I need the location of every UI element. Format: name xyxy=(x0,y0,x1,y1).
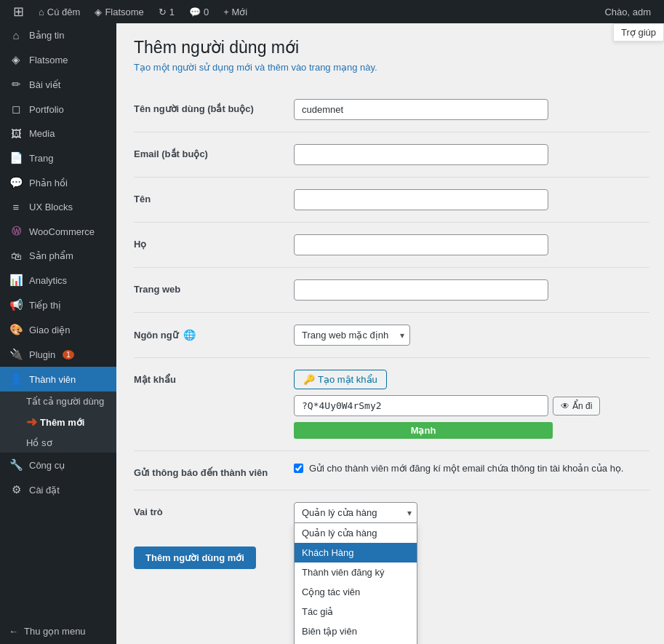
theme-button[interactable]: ◈ Flatsome xyxy=(87,0,151,23)
email-row: Email (bắt buộc) xyxy=(134,135,649,174)
sidebar-item-label: Analytics xyxy=(29,275,67,286)
submenu-item-add-new[interactable]: ➜ Thêm mới xyxy=(0,411,116,433)
plugins-icon: 🔌 xyxy=(9,348,23,361)
sidebar-item-woocommerce[interactable]: Ⓦ WooCommerce xyxy=(0,219,116,244)
sidebar-item-settings[interactable]: ⚙ Cài đặt xyxy=(0,477,116,502)
media-icon: 🖼 xyxy=(9,127,23,140)
updates-button[interactable]: ↻ 1 xyxy=(151,0,182,23)
lastname-row: Họ xyxy=(134,226,649,264)
notification-checkbox-row: Gửi cho thành viên mới đăng kí một email… xyxy=(294,463,649,474)
comments-count: 0 xyxy=(204,7,209,17)
dropdown-item-editor[interactable]: Biên tập viên xyxy=(295,621,417,641)
notification-field-wrap: Gửi cho thành viên mới đăng kí một email… xyxy=(294,463,649,474)
website-row: Trang web xyxy=(134,271,649,309)
sidebar-item-label: Bảng tin xyxy=(29,30,64,41)
key-icon: 🔑 xyxy=(303,374,315,385)
sidebar-item-portfolio[interactable]: ◻ Portfolio xyxy=(0,97,116,122)
role-select[interactable]: Quản lý cửa hàng xyxy=(294,502,417,523)
language-field-wrap: Trang web mặc định ▾ xyxy=(294,325,649,346)
dropdown-item-author[interactable]: Tác giả xyxy=(295,602,417,621)
sidebar-item-label: Công cụ xyxy=(29,460,65,471)
sidebar-item-label: Cài đặt xyxy=(29,485,60,496)
sidebar-item-label: Phản hồi xyxy=(29,178,68,188)
collapse-icon: ← xyxy=(9,626,18,637)
sidebar-item-comments[interactable]: 💬 Phản hồi xyxy=(0,170,116,195)
flatsome-icon: ◈ xyxy=(9,53,23,66)
sidebar-item-flatsome[interactable]: ◈ Flatsome xyxy=(0,47,116,72)
submenu-item-all-users[interactable]: Tất cả người dùng xyxy=(0,391,116,411)
analytics-icon: 📊 xyxy=(9,274,23,287)
sidebar-item-marketing[interactable]: 📢 Tiếp thị xyxy=(0,293,116,317)
language-icon: 🌐 xyxy=(183,329,196,341)
page-subtitle: Tạo một người sử dụng mới và thêm vào tr… xyxy=(134,62,649,73)
users-icon: 👤 xyxy=(9,373,23,386)
role-field-wrap: Quản lý cửa hàng ▾ Quản lý cửa hàng Khác… xyxy=(294,502,649,523)
email-field-wrap xyxy=(294,144,649,165)
notification-label: Gửi thông báo đến thành viên xyxy=(134,463,294,478)
sidebar-item-media[interactable]: 🖼 Media xyxy=(0,122,116,146)
password-row-inner: 👁 Ẩn đi xyxy=(294,395,649,416)
website-label: Trang web xyxy=(134,279,294,295)
add-user-form: Tên người dùng (bắt buộc) Email (bắt buộ… xyxy=(134,90,649,532)
website-field-wrap xyxy=(294,279,649,301)
sidebar-item-analytics[interactable]: 📊 Analytics xyxy=(0,268,116,293)
sidebar-item-label: Portfolio xyxy=(29,104,64,115)
add-user-button[interactable]: Thêm người dùng mới xyxy=(134,546,256,569)
main-content: Thêm người dùng mới Tạo một người sử dụn… xyxy=(116,23,664,644)
dropdown-item-subscriber[interactable]: Thành viên đăng ký xyxy=(295,562,417,582)
products-icon: 🛍 xyxy=(9,250,23,262)
username-field-wrap xyxy=(294,99,649,120)
dropdown-item-contributor[interactable]: Cộng tác viên xyxy=(295,582,417,602)
sidebar-item-uxblocks[interactable]: ≡ UX Blocks xyxy=(0,195,116,219)
wp-icon: ⊞ xyxy=(13,4,24,20)
sidebar-item-label: Media xyxy=(29,128,55,139)
generate-password-button[interactable]: 🔑 Tạo mật khẩu xyxy=(294,370,387,389)
password-input[interactable] xyxy=(294,395,548,416)
sidebar-item-users[interactable]: 👤 Thành viên xyxy=(0,367,116,391)
sidebar-item-dashboard[interactable]: ⌂ Bảng tin xyxy=(0,23,116,47)
sidebar-item-label: Plugin xyxy=(29,349,55,360)
website-input[interactable] xyxy=(294,279,548,301)
dropdown-item-administrator[interactable]: Quản lý xyxy=(295,641,417,644)
dropdown-item-shop-manager[interactable]: Quản lý cửa hàng xyxy=(295,523,417,543)
uxblocks-icon: ≡ xyxy=(9,201,23,213)
site-name-button[interactable]: ⌂ Cú đêm xyxy=(31,0,87,23)
firstname-row: Tên xyxy=(134,180,649,219)
role-row: Vai trò Quản lý cửa hàng ▾ Quản lý cửa h… xyxy=(134,493,649,532)
show-hide-password-button[interactable]: 👁 Ẩn đi xyxy=(553,397,600,416)
notification-checkbox[interactable] xyxy=(294,464,303,473)
collapse-label: Thu gọn menu xyxy=(24,626,86,637)
sidebar-item-posts[interactable]: ✏ Bài viết xyxy=(0,72,116,97)
sidebar-item-label: Trang xyxy=(29,153,53,164)
dropdown-item-customer[interactable]: Khách Hàng xyxy=(295,543,417,562)
email-input[interactable] xyxy=(294,144,548,165)
username-input[interactable] xyxy=(294,99,548,120)
help-tooltip: Trợ giúp xyxy=(613,23,664,41)
sidebar-item-label: Flatsome xyxy=(29,55,68,65)
firstname-field-wrap xyxy=(294,189,649,210)
email-label: Email (bắt buộc) xyxy=(134,144,294,159)
sidebar-item-plugins[interactable]: 🔌 Plugin 1 xyxy=(0,342,116,367)
role-label: Vai trò xyxy=(134,502,294,517)
password-strength-bar: Mạnh xyxy=(294,422,553,439)
firstname-input[interactable] xyxy=(294,189,548,210)
collapse-menu-button[interactable]: ← Thu gọn menu xyxy=(0,619,116,644)
sidebar-item-pages[interactable]: 📄 Trang xyxy=(0,146,116,170)
wp-logo-button[interactable]: ⊞ xyxy=(6,0,31,23)
sidebar-item-tools[interactable]: 🔧 Công cụ xyxy=(0,453,116,477)
comments-menu-icon: 💬 xyxy=(9,176,23,189)
user-greeting[interactable]: Chào, adm xyxy=(597,0,658,23)
role-select-wrap: Quản lý cửa hàng ▾ xyxy=(294,502,417,523)
language-select[interactable]: Trang web mặc định xyxy=(294,325,410,346)
new-content-button[interactable]: + Mới xyxy=(216,0,255,23)
admin-sidebar: ⌂ Bảng tin ◈ Flatsome ✏ Bài viết ◻ Portf… xyxy=(0,23,116,644)
sidebar-item-appearance[interactable]: 🎨 Giao diện xyxy=(0,317,116,342)
lastname-input[interactable] xyxy=(294,234,548,255)
submenu-item-profile[interactable]: Hồ sơ xyxy=(0,433,116,453)
sidebar-item-products[interactable]: 🛍 Sản phẩm xyxy=(0,244,116,268)
notification-row: Gửi thông báo đến thành viên Gửi cho thà… xyxy=(134,454,649,487)
comments-button[interactable]: 💬 0 xyxy=(182,0,216,23)
plugins-badge: 1 xyxy=(63,350,74,359)
notification-text: Gửi cho thành viên mới đăng kí một email… xyxy=(309,463,624,474)
sidebar-item-label: Bài viết xyxy=(29,79,60,90)
